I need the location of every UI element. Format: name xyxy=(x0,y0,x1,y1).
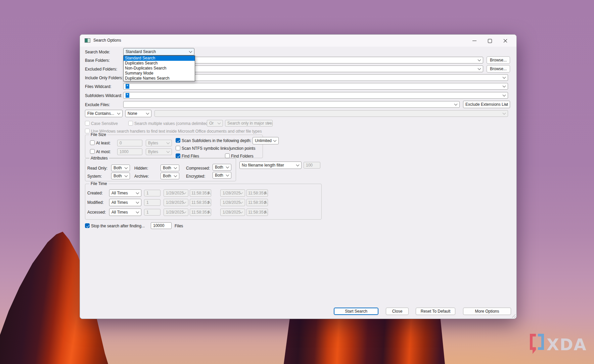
at-least-checkbox[interactable] xyxy=(90,140,95,145)
office-handlers-checkbox[interactable] xyxy=(85,129,90,133)
encrypted-label: Encrypted: xyxy=(186,174,205,179)
more-options-button[interactable]: More Options xyxy=(463,308,511,315)
chevron-down-icon xyxy=(454,102,458,106)
created-date-to-picker: 1/28/2025 xyxy=(220,189,245,197)
chevron-down-icon xyxy=(273,139,277,142)
chevron-down-icon xyxy=(226,173,229,177)
close-button[interactable] xyxy=(498,35,513,47)
find-folders-label: Find Folders xyxy=(231,154,254,158)
subfolders-wildcard-combobox[interactable]: * xyxy=(123,92,508,99)
filename-length-value: 100 xyxy=(306,163,313,168)
find-files-checkbox[interactable] xyxy=(176,153,180,158)
stop-after-checkbox[interactable] xyxy=(85,223,90,228)
filename-length-filter-combobox[interactable]: No filename length filter xyxy=(239,162,302,169)
accessed-date-to-picker: 1/28/2025 xyxy=(220,209,245,216)
chevron-down-icon xyxy=(125,166,128,169)
dropdown-option-non-duplicates-search[interactable]: Non-Duplicates Search xyxy=(124,66,195,71)
search-mode-dropdown-list: Standard Search Duplicates Search Non-Du… xyxy=(123,55,195,81)
scan-subfolders-label: Scan Subfolders in the following depth: xyxy=(182,138,251,143)
spinner-up-down-icon[interactable] xyxy=(263,190,267,196)
start-search-button[interactable]: Start Search xyxy=(334,308,378,315)
spinner-up-down-icon[interactable] xyxy=(263,210,267,215)
dropdown-option-summary-mode[interactable]: Summary Mode xyxy=(124,71,195,76)
file-contains-combobox[interactable]: File Contains... xyxy=(85,110,123,117)
modified-date-to-picker: 1/28/2025 xyxy=(220,199,245,206)
spinner-up-down-icon[interactable] xyxy=(206,190,210,196)
modified-mode-combobox[interactable]: All Times xyxy=(109,199,141,206)
read-only-combobox[interactable]: Both xyxy=(111,165,130,171)
spinner-up-down-icon[interactable] xyxy=(206,210,210,215)
system-combobox[interactable]: Both xyxy=(111,173,130,179)
close-dialog-button[interactable]: Close xyxy=(386,308,409,315)
subfolder-depth-value: Unlimited xyxy=(255,138,272,143)
dropdown-option-duplicates-search[interactable]: Duplicates Search xyxy=(124,61,195,66)
case-sensitive-checkbox[interactable] xyxy=(85,121,90,126)
encrypted-value: Both xyxy=(215,173,223,178)
modified-time-to-spinner: 11:58:35 A xyxy=(246,199,268,206)
accessed-date-from-picker: 1/28/2025 xyxy=(164,209,188,216)
stop-after-count-field[interactable]: 10000 xyxy=(151,222,172,229)
xda-logo: XDA xyxy=(527,332,586,358)
exclude-extensions-mode-combobox[interactable]: Exclude Extensions List xyxy=(463,101,510,108)
stop-after-label: Stop the search after finding... xyxy=(91,224,145,228)
chevron-down-icon xyxy=(503,84,506,88)
file-contains-value: File Contains... xyxy=(87,111,114,116)
chevron-down-icon xyxy=(136,210,139,214)
find-files-label: Find Files xyxy=(182,154,199,158)
archive-combobox[interactable]: Both xyxy=(161,173,179,179)
chevron-down-icon xyxy=(503,93,506,97)
created-date-from-picker: 1/28/2025 xyxy=(164,189,188,197)
search-mode-combobox[interactable]: Standard Search xyxy=(123,48,194,55)
dropdown-option-standard-search[interactable]: Standard Search xyxy=(124,56,195,61)
hidden-combobox[interactable]: Both xyxy=(161,165,179,171)
created-time-to-spinner: 11:58:35 A xyxy=(246,189,268,197)
at-most-checkbox[interactable] xyxy=(90,149,95,154)
compressed-combobox[interactable]: Both xyxy=(213,164,231,171)
spinner-up-down-icon[interactable] xyxy=(263,200,267,205)
encrypted-combobox[interactable]: Both xyxy=(213,172,231,179)
subfolder-depth-combobox[interactable]: Unlimited xyxy=(253,137,279,144)
multiple-values-checkbox[interactable] xyxy=(128,121,133,126)
dropdown-option-duplicate-names-search[interactable]: Duplicate Names Search xyxy=(124,76,195,81)
accessed-label: Accessed: xyxy=(87,210,106,215)
archive-label: Archive: xyxy=(134,174,149,179)
modified-count-field: 1 xyxy=(144,199,161,206)
chevron-down-icon xyxy=(296,163,300,167)
chevron-down-icon xyxy=(167,150,170,153)
title-bar: Search Options xyxy=(80,35,516,47)
maximize-button[interactable] xyxy=(482,35,498,47)
browse-base-folders-button[interactable]: Browse... xyxy=(487,56,510,64)
resize-grip[interactable] xyxy=(511,313,515,318)
operator-combobox: Or xyxy=(207,120,223,127)
scan-ntfs-links-checkbox[interactable] xyxy=(176,146,180,150)
hidden-value: Both xyxy=(163,166,171,170)
at-most-unit-value: Bytes xyxy=(148,149,158,154)
files-wildcard-label: Files Wildcard: xyxy=(85,84,111,89)
stop-after-count-value: 10000 xyxy=(153,223,164,228)
contains-type-combobox[interactable]: None xyxy=(125,110,151,117)
scan-subfolders-checkbox[interactable] xyxy=(176,138,180,143)
reset-to-default-button[interactable]: Reset To Default xyxy=(416,308,455,315)
modified-date-from-picker: 1/28/2025 xyxy=(164,199,188,206)
chevron-down-icon xyxy=(478,58,481,61)
subfolders-wildcard-label: Subfolders Wildcard: xyxy=(85,93,122,98)
spinner-up-down-icon[interactable] xyxy=(206,200,210,205)
scan-ntfs-links-label: Scan NTFS symbolic links/junction points xyxy=(182,146,255,151)
accessed-mode-combobox[interactable]: All Times xyxy=(109,209,141,216)
files-wildcard-combobox[interactable]: * xyxy=(123,83,508,90)
find-folders-checkbox[interactable] xyxy=(225,153,230,158)
compressed-value: Both xyxy=(215,165,223,170)
minimize-button[interactable] xyxy=(467,35,482,47)
chevron-down-icon xyxy=(478,67,481,70)
file-time-legend: File Time xyxy=(89,181,108,186)
browse-excluded-folders-button[interactable]: Browse... xyxy=(487,65,510,73)
accessed-mode-value: All Times xyxy=(111,210,128,215)
created-mode-combobox[interactable]: All Times xyxy=(109,189,141,197)
at-most-value: 1000 xyxy=(120,149,129,154)
created-count-field: 1 xyxy=(144,190,161,196)
wallpaper-rock-massif xyxy=(284,315,445,364)
created-label: Created: xyxy=(87,191,103,195)
exclude-files-combobox[interactable] xyxy=(123,101,460,108)
stream-scope-combobox: Search only in major strea xyxy=(225,120,273,127)
search-mode-label: Search Mode: xyxy=(85,50,110,54)
